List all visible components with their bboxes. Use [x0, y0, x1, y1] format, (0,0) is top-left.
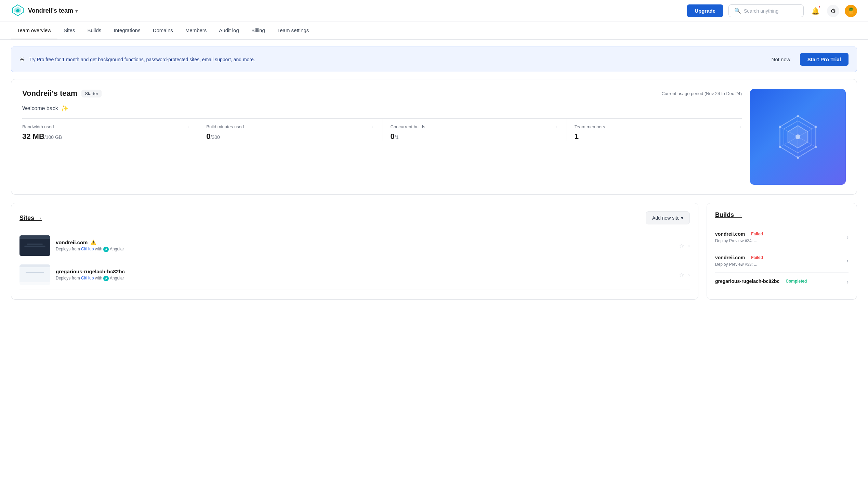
- build-chevron-2[interactable]: ›: [846, 257, 849, 264]
- build-info-3: gregarious-rugelach-bc82bc Completed: [715, 278, 846, 286]
- banner-icon: ✳: [19, 56, 25, 63]
- framework-icon-2: A: [103, 276, 109, 281]
- star-button-gregarious[interactable]: ☆: [679, 272, 684, 278]
- sparkle-icon: ✨: [61, 105, 68, 112]
- build-site-2: vondreii.com: [715, 255, 745, 260]
- stat-bandwidth-label: Bandwidth used →: [22, 124, 189, 129]
- sites-title[interactable]: Sites →: [19, 214, 42, 222]
- site-actions-vondreii: ☆ ›: [679, 243, 690, 249]
- build-status-2: Failed: [748, 255, 766, 261]
- settings-button[interactable]: ⚙: [827, 5, 839, 17]
- svg-point-18: [779, 146, 781, 148]
- start-pro-trial-button[interactable]: Start Pro Trial: [800, 53, 849, 66]
- header-left: Vondreii's team ▾: [11, 3, 78, 18]
- stat-build-arrow: →: [369, 124, 374, 129]
- stat-concurrent-builds[interactable]: Concurrent builds → 0/1: [382, 118, 566, 141]
- tab-members[interactable]: Members: [179, 22, 213, 39]
- brand-image: [750, 89, 846, 185]
- site-thumbnail-vondreii: [19, 235, 50, 256]
- banner-actions: Not now Start Pro Trial: [767, 53, 849, 66]
- svg-point-17: [797, 156, 799, 159]
- stat-build-minutes[interactable]: Build minutes used → 0/300: [198, 118, 382, 141]
- team-chevron-icon: ▾: [75, 8, 78, 14]
- build-info-2: vondreii.com Failed Deploy Preview #33: …: [715, 255, 846, 267]
- stat-concurrent-label: Concurrent builds →: [391, 124, 558, 129]
- stat-bandwidth[interactable]: Bandwidth used → 32 MB/100 GB: [22, 118, 198, 141]
- settings-icon: ⚙: [830, 7, 836, 15]
- build-name-row-1: vondreii.com Failed: [715, 231, 846, 237]
- overview-team-name: Vondreii's team: [22, 89, 77, 98]
- not-now-button[interactable]: Not now: [767, 54, 794, 65]
- stat-bandwidth-arrow: →: [185, 124, 189, 129]
- build-desc-2: Deploy Preview #33: ...: [715, 262, 846, 267]
- notification-dot: [818, 5, 821, 8]
- stat-build-value: 0/300: [206, 132, 373, 141]
- site-info-vondreii: vondreii.com ⚠️ Deploys from GitHub with…: [56, 239, 674, 252]
- search-placeholder: Search anything: [744, 8, 778, 14]
- add-site-label: Add new site ▾: [652, 215, 683, 221]
- netlify-logo[interactable]: [11, 3, 25, 18]
- svg-point-16: [815, 146, 817, 148]
- overview-header: Vondreii's team Starter Current usage pe…: [22, 89, 742, 98]
- build-item-3[interactable]: gregarious-rugelach-bc82bc Completed ›: [715, 273, 849, 291]
- search-icon: 🔍: [734, 8, 741, 14]
- add-new-site-button[interactable]: Add new site ▾: [646, 211, 690, 224]
- site-chevron-vondreii[interactable]: ›: [688, 243, 690, 248]
- svg-point-13: [795, 134, 800, 139]
- build-desc-1: Deploy Preview #34: ...: [715, 238, 846, 243]
- build-chevron-1[interactable]: ›: [846, 234, 849, 241]
- build-name-row-3: gregarious-rugelach-bc82bc Completed: [715, 278, 846, 284]
- tab-integrations[interactable]: Integrations: [107, 22, 146, 39]
- search-box[interactable]: 🔍 Search anything: [728, 4, 804, 17]
- build-status-1: Failed: [748, 231, 766, 237]
- site-chevron-gregarious[interactable]: ›: [688, 272, 690, 277]
- svg-point-19: [779, 126, 781, 128]
- build-info-1: vondreii.com Failed Deploy Preview #34: …: [715, 231, 846, 243]
- site-error-icon: ⚠️: [90, 239, 96, 245]
- notification-button[interactable]: 🔔: [809, 5, 821, 17]
- avatar-emoji: 🍍: [847, 7, 855, 15]
- site-item-vondreii: vondreii.com ⚠️ Deploys from GitHub with…: [19, 231, 690, 260]
- overview-card: Vondreii's team Starter Current usage pe…: [11, 79, 857, 195]
- team-name-text: Vondreii's team: [28, 7, 73, 14]
- tab-domains[interactable]: Domains: [147, 22, 179, 39]
- tab-audit-log[interactable]: Audit log: [213, 22, 245, 39]
- nav-tabs: Team overview Sites Builds Integrations …: [0, 22, 868, 40]
- tab-team-settings[interactable]: Team settings: [271, 22, 315, 39]
- build-status-3: Completed: [783, 278, 810, 284]
- team-name-dropdown[interactable]: Vondreii's team ▾: [28, 7, 78, 14]
- builds-title[interactable]: Builds →: [715, 211, 742, 219]
- builds-header: Builds →: [715, 211, 849, 219]
- site-meta-gregarious: Deploys from GitHub with A Angular: [56, 276, 674, 281]
- site-thumbnail-gregarious: [19, 264, 50, 285]
- upgrade-button[interactable]: Upgrade: [687, 4, 723, 17]
- build-item-1[interactable]: vondreii.com Failed Deploy Preview #34: …: [715, 225, 849, 249]
- site-info-gregarious: gregarious-rugelach-bc82bc Deploys from …: [56, 269, 674, 281]
- tab-builds[interactable]: Builds: [81, 22, 107, 39]
- tab-team-overview[interactable]: Team overview: [11, 22, 57, 39]
- stat-bandwidth-value: 32 MB/100 GB: [22, 132, 189, 141]
- banner-content: ✳ Try Pro free for 1 month and get backg…: [19, 56, 255, 63]
- stat-concurrent-arrow: →: [553, 124, 558, 129]
- stat-members-value: 1: [575, 132, 742, 141]
- star-button-vondreii[interactable]: ☆: [679, 243, 684, 249]
- main-content: Vondreii's team Starter Current usage pe…: [0, 79, 868, 311]
- github-link-vondreii[interactable]: GitHub: [81, 247, 94, 251]
- avatar[interactable]: 🍍: [845, 5, 857, 17]
- builds-card: Builds → vondreii.com Failed Deploy Prev…: [707, 203, 857, 300]
- github-link-gregarious[interactable]: GitHub: [81, 276, 94, 281]
- build-name-row-2: vondreii.com Failed: [715, 255, 846, 261]
- sites-card: Sites → Add new site ▾: [11, 203, 698, 300]
- stat-concurrent-value: 0/1: [391, 132, 558, 141]
- stat-team-members[interactable]: Team members → 1: [566, 118, 742, 141]
- pro-trial-banner: ✳ Try Pro free for 1 month and get backg…: [11, 47, 857, 72]
- bottom-grid: Sites → Add new site ▾: [11, 203, 857, 300]
- stat-members-arrow: →: [737, 124, 742, 129]
- build-item-2[interactable]: vondreii.com Failed Deploy Preview #33: …: [715, 249, 849, 273]
- tab-sites[interactable]: Sites: [57, 22, 81, 39]
- tab-billing[interactable]: Billing: [245, 22, 271, 39]
- build-chevron-3[interactable]: ›: [846, 278, 849, 286]
- overview-title: Vondreii's team Starter: [22, 89, 102, 98]
- svg-point-15: [815, 126, 817, 128]
- site-name-vondreii: vondreii.com ⚠️: [56, 239, 674, 245]
